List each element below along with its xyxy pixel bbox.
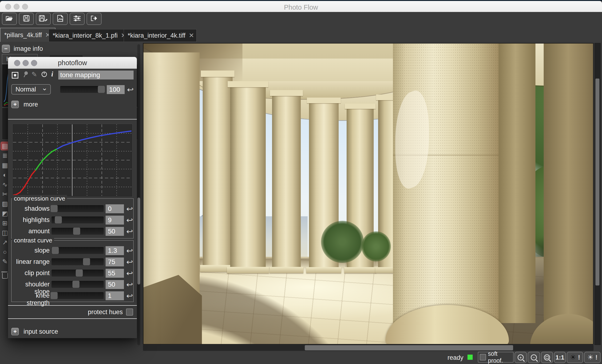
opacity-slider[interactable] [60,86,105,93]
more-expander[interactable]: + more [8,99,137,110]
slope-slider[interactable] [52,247,104,254]
slider-value[interactable]: 55 [106,269,124,278]
tab-label: *pillars_4k.tiff [4,32,42,39]
slider-value[interactable]: 9 [106,216,124,225]
tab-label: *kiara_interior_4k.tiff [128,32,185,39]
shoulder-slope-slider[interactable] [52,281,104,288]
tab-close-icon[interactable]: ✕ [189,32,194,39]
horizontal-scrollbar-thumb[interactable] [305,345,513,350]
image-export-icon: ▦ [2,161,8,169]
opacity-slider-handle[interactable] [98,86,105,93]
undo-icon[interactable]: ↩ [126,216,133,224]
gradient-icon: ◩ [2,210,8,217]
undo-icon[interactable]: ↩ [126,292,133,300]
soft-proof-checkbox[interactable] [480,354,486,361]
slider-label: knee strength [11,292,50,307]
zoom-fit-button[interactable] [541,352,553,363]
tone-curve-panel[interactable] [13,124,132,197]
cut-icon: ✂ [2,191,8,198]
slider-handle[interactable] [76,269,83,277]
slider-label: linear range [11,258,50,266]
amount-slider[interactable] [52,228,104,235]
panel-scrollbar-thumb[interactable] [137,198,140,285]
layer-name-field[interactable]: tone mapping [58,71,134,79]
highlight-warning-button[interactable]: ☀ ! [584,352,601,363]
slider-value[interactable]: 75 [106,257,124,267]
photo-column-big-ring [393,155,498,155]
blend-mode-dropdown[interactable]: Normal ⌄ [11,84,51,95]
expand-button[interactable]: + [11,101,19,108]
panel-scrollbar[interactable] [137,44,140,345]
save-as-button[interactable] [36,13,51,25]
vertical-scrollbar[interactable] [594,43,601,345]
undo-icon[interactable]: ↩ [126,258,133,266]
tab-kiara-4k[interactable]: *kiara_interior_4k.tiff ✕ [124,29,197,42]
export-image-button[interactable] [53,13,68,25]
opacity-value[interactable]: 100 [107,85,125,94]
dark-sun-icon: ☀ [570,354,576,361]
open-file-button[interactable] [2,13,17,25]
undo-icon[interactable]: ↩ [126,228,133,235]
tab-kiara-8k[interactable]: *kiara_interior_8k_1.pfi ✕ [49,29,130,42]
slider-value[interactable]: 50 [106,227,124,236]
image-info-expander[interactable]: − image info [2,45,43,53]
expand-button[interactable]: + [11,328,19,335]
window-title: Photo Flow [0,3,602,11]
power-icon[interactable] [41,71,47,78]
quit-button[interactable] [86,13,102,25]
slider-handle[interactable] [83,258,90,265]
exclamation-icon: ! [578,354,580,361]
slider-value[interactable]: 50 [106,280,124,289]
slider-handle[interactable] [51,292,58,299]
zoom-out-icon: − [531,354,537,361]
knee-strength-slider[interactable] [52,292,104,299]
photo-canvas[interactable] [143,43,593,344]
protect-hues-checkbox[interactable] [126,309,133,316]
exclamation-icon: ! [595,354,598,361]
slider-value[interactable]: 0 [106,204,124,213]
dialog-titlebar[interactable]: photoflow [8,57,137,69]
input-source-expander[interactable]: + input source [8,326,137,337]
zoom-actual-button[interactable]: 1:1 [554,352,566,363]
photo-trees-right [526,236,593,272]
photo-column [272,90,301,270]
undo-icon[interactable]: ↩ [126,281,133,288]
sliders-icon [73,15,81,22]
slider-handle[interactable] [55,216,62,223]
slider-handle[interactable] [51,205,58,212]
clip-point-slider[interactable] [52,270,104,277]
info-icon[interactable]: i [51,70,53,78]
status-bar: ready soft proof. + − 1:1 ☀ ! ☀ ! [0,352,602,364]
undo-icon[interactable]: ↩ [126,247,133,254]
undo-icon[interactable]: ↩ [126,205,133,213]
undo-icon[interactable]: ↩ [127,86,134,93]
image-tab-bar: *pillars_4k.tiff ✕ *kiara_interior_8k_1.… [0,28,602,42]
tab-pillars-4k[interactable]: *pillars_4k.tiff ✕ [0,28,55,42]
undo-icon[interactable]: ↩ [126,270,133,277]
slider-label: shadows [11,205,50,212]
slider-handle[interactable] [72,281,79,288]
shadow-warning-button[interactable]: ☀ ! [567,352,583,363]
highlights-slider[interactable] [52,216,104,223]
shadows-slider[interactable] [52,205,104,212]
slider-value[interactable]: 1.3 [106,246,124,255]
separator [8,119,137,119]
window-titlebar: Photo Flow [0,1,602,12]
group-legend: contrast curve [12,237,54,244]
zoom-out-button[interactable]: − [528,352,540,363]
batch-settings-button[interactable] [70,13,85,25]
collapse-button[interactable]: − [2,45,10,53]
pencil-icon[interactable]: ✎ [32,71,37,78]
save-button[interactable] [19,13,34,25]
horizontal-scrollbar[interactable] [143,345,593,351]
pin-icon[interactable] [22,71,29,79]
chevron-down-icon: ⌄ [42,84,47,92]
vertical-scrollbar-thumb[interactable] [595,78,599,286]
solid-square-icon[interactable] [12,72,18,78]
linear-range-slider[interactable] [52,258,104,265]
slider-handle[interactable] [52,247,59,254]
slider-handle[interactable] [73,228,80,235]
zoom-in-button[interactable]: + [515,352,527,363]
adjust-icon: ≣ [2,152,8,160]
slider-value[interactable]: 1 [106,291,124,300]
